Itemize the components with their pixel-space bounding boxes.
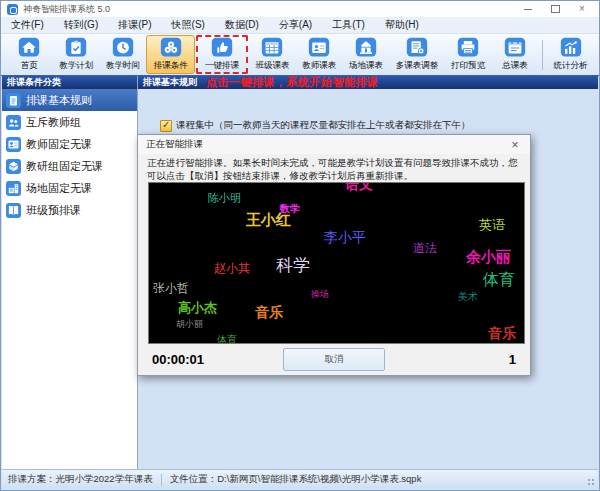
menu-snapshot[interactable]: 快照(S): [162, 18, 215, 32]
app-window: { "window": { "title": "神奇智能排课系统 5.0", "…: [0, 0, 600, 491]
schedule-hint-text: 点击一键排课，系统开始智能排课: [206, 75, 379, 90]
toolbar-button-stats-analysis[interactable]: 统计分析: [547, 37, 594, 72]
dialog-footer: 00:00:01 取消 1: [138, 343, 530, 376]
floating-word: 余小丽: [466, 248, 511, 267]
floating-word: 科学: [276, 254, 310, 277]
toolbar-button-conditions[interactable]: 排课条件: [146, 35, 195, 74]
minimize-icon[interactable]: [523, 4, 533, 14]
close-icon[interactable]: ×: [577, 4, 587, 14]
sidebar-item-basic-rules[interactable]: 排课基本规则: [2, 89, 137, 111]
dialog-close-icon[interactable]: ×: [508, 139, 522, 151]
status-file-path: 文件位置：D:\新网页\智能排课系统\视频\光明小学课表.sqpk: [170, 473, 422, 486]
sidebar: 排课条件分类 排课基本规则 互斥教师组 教师固定无课 教研组固定无课 场地固定无…: [2, 76, 138, 469]
dialog-message: 正在进行智能排课。如果长时间未完成，可能是教学计划设置有问题导致排课不成功，您可…: [138, 154, 530, 183]
resize-grip-icon[interactable]: [587, 478, 596, 487]
menu-data[interactable]: 数据(D): [215, 18, 269, 32]
round-counter: 1: [509, 352, 516, 367]
toolbar-label: 打印预览: [451, 60, 485, 72]
toolbar-button-print-preview[interactable]: 打印预览: [445, 37, 492, 72]
menu-share[interactable]: 分享(A): [269, 18, 322, 32]
toolbar-button-teaching-time[interactable]: 教学时间: [100, 37, 147, 72]
toolbar-label: 总课表: [502, 60, 528, 72]
floating-word: 体育: [483, 270, 515, 291]
toolbar-label: 排课条件: [154, 60, 188, 72]
menu-help[interactable]: 帮助(H): [375, 18, 429, 32]
multi-timetable-adjust-icon: [405, 37, 429, 59]
home-icon: [17, 37, 41, 59]
master-timetable-icon: [503, 37, 527, 59]
menu-schedule[interactable]: 排课(P): [108, 18, 161, 32]
menu-bar: 文件(F) 转到(G) 排课(P) 快照(S) 数据(D) 分享(A) 工具(T…: [1, 17, 599, 34]
teacher-timetable-icon: [307, 37, 331, 59]
sidebar-item-mutex-teacher-group[interactable]: 互斥教师组: [2, 111, 137, 133]
status-bar: 排课方案：光明小学2022学年课表 文件位置：D:\新网页\智能排课系统\视频\…: [2, 469, 598, 489]
course-concentrate-row: 课程集中（同一教师当天的课程尽量都安排在上午或者都安排在下午）: [160, 119, 598, 132]
window-title: 神奇智能排课系统 5.0: [23, 3, 523, 16]
one-key-schedule-icon: [210, 37, 234, 59]
teacher-icon: [6, 137, 21, 152]
teaching-time-icon: [111, 37, 135, 59]
print-preview-icon: [456, 37, 480, 59]
venue-icon: [6, 181, 21, 196]
toolbar-button-one-key-schedule[interactable]: 一键排课: [198, 37, 246, 72]
sidebar-item-teacher-fixed-free[interactable]: 教师固定无课: [2, 133, 137, 155]
course-concentrate-checkbox[interactable]: [160, 120, 172, 132]
status-separator: [161, 474, 162, 486]
toolbar-label: 统计分析: [554, 60, 588, 72]
one-key-schedule-highlight: 一键排课: [196, 35, 248, 74]
sidebar-item-label: 教研组固定无课: [26, 159, 103, 174]
floating-word: 王小红: [246, 211, 291, 230]
floating-word: 音乐: [255, 304, 283, 322]
group-cube-icon: [6, 159, 21, 174]
dialog-title-bar: 正在智能排课 ×: [138, 135, 530, 154]
sidebar-item-class-preschedule[interactable]: 班级预排课: [2, 199, 137, 221]
toolbar-button-multi-timetable-adjust[interactable]: 多课表调整: [389, 37, 445, 72]
scheduling-dialog: 正在智能排课 × 正在进行智能排课。如果长时间未完成，可能是教学计划设置有问题导…: [137, 134, 531, 376]
app-icon: [7, 4, 18, 15]
toolbar-label: 班级课表: [255, 60, 289, 72]
floating-word: 音乐: [488, 325, 516, 343]
sidebar-item-venue-fixed-free[interactable]: 场地固定无课: [2, 177, 137, 199]
teaching-plan-icon: [64, 37, 88, 59]
sidebar-item-label: 班级预排课: [26, 203, 81, 218]
stats-analysis-icon: [559, 37, 583, 59]
toolbar-label: 一键排课: [205, 60, 239, 72]
cancel-button[interactable]: 取消: [283, 348, 385, 371]
floating-word: 道法: [413, 240, 437, 257]
toolbar-button-master-timetable[interactable]: 总课表: [492, 37, 539, 72]
conditions-icon: [159, 37, 183, 59]
toolbar-label: 场地课表: [349, 60, 383, 72]
sidebar-header: 排课条件分类: [2, 76, 137, 89]
floating-word: 操场: [311, 288, 329, 301]
content-tab-label: 排课基本规则: [143, 76, 197, 89]
floating-word: 陈小明: [208, 191, 241, 206]
toolbar: 首页 教学计划 教学时间 排课条件 一键排课 班级课表 教师课表 场地课表 多课…: [1, 34, 599, 76]
floating-word: 英语: [479, 216, 505, 234]
toolbar-button-home[interactable]: 首页: [6, 37, 53, 72]
toolbar-button-venue-timetable[interactable]: 场地课表: [343, 37, 390, 72]
window-controls: ×: [523, 4, 593, 14]
toolbar-label: 多课表调整: [396, 60, 439, 72]
floating-word: 张小哲: [153, 280, 189, 297]
toolbar-label: 教学时间: [106, 60, 140, 72]
scheduling-canvas: 语文陈小明数学王小红英语李小平道法余小丽科学赵小其体育张小哲操场美术高小杰音乐胡…: [148, 182, 525, 344]
sidebar-item-label: 教师固定无课: [26, 137, 92, 152]
maximize-icon[interactable]: [550, 4, 560, 14]
title-bar: 神奇智能排课系统 5.0 ×: [1, 1, 599, 17]
floating-word: 美术: [458, 290, 478, 304]
toolbar-button-teacher-timetable[interactable]: 教师课表: [296, 37, 343, 72]
toolbar-label: 教师课表: [302, 60, 336, 72]
teacher-group-icon: [6, 115, 21, 130]
content-header: 排课基本规则 点击一键排课，系统开始智能排课: [138, 76, 598, 89]
menu-file[interactable]: 文件(F): [1, 18, 54, 32]
dialog-title: 正在智能排课: [146, 138, 203, 151]
toolbar-separator: [542, 40, 543, 70]
sidebar-item-label: 场地固定无课: [26, 181, 92, 196]
toolbar-button-teaching-plan[interactable]: 教学计划: [53, 37, 100, 72]
menu-tools[interactable]: 工具(T): [322, 18, 375, 32]
sidebar-item-research-group-fixed-free[interactable]: 教研组固定无课: [2, 155, 137, 177]
menu-goto[interactable]: 转到(G): [54, 18, 108, 32]
sidebar-item-label: 排课基本规则: [26, 93, 92, 108]
course-concentrate-label: 课程集中（同一教师当天的课程尽量都安排在上午或者都安排在下午）: [176, 119, 471, 132]
toolbar-button-class-timetable[interactable]: 班级课表: [249, 37, 296, 72]
